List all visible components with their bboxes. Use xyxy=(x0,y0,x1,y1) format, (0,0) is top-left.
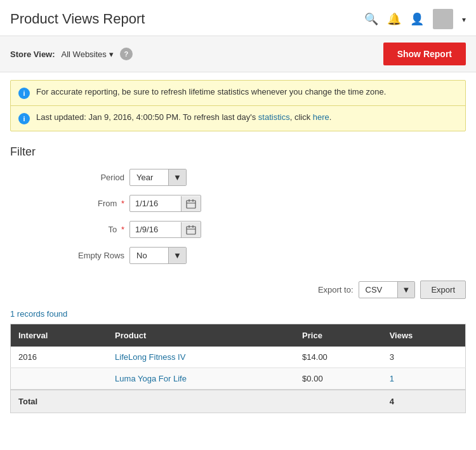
to-required: * xyxy=(119,225,124,234)
period-label: Period xyxy=(48,173,124,182)
period-select-wrapper[interactable]: Year ▼ xyxy=(129,169,187,186)
table-row: 2016 LifeLong Fitness IV $14.00 3 xyxy=(11,347,466,368)
svg-rect-4 xyxy=(187,227,195,234)
footer-label: Total xyxy=(11,390,108,413)
empty-rows-value[interactable]: No xyxy=(130,248,168,263)
notice-container: i For accurate reporting, be sure to ref… xyxy=(10,80,466,131)
user-icon[interactable]: 👤 xyxy=(410,12,424,26)
from-label: From * xyxy=(48,199,124,208)
header-icons: 🔍 🔔 👤 xyxy=(364,9,466,29)
records-found: 1 records found xyxy=(0,305,476,324)
empty-rows-row: Empty Rows No ▼ xyxy=(48,247,466,264)
from-date-input[interactable] xyxy=(130,195,181,211)
from-row: From * xyxy=(48,195,466,212)
store-view-select[interactable]: All Websites ▾ xyxy=(62,50,114,59)
to-control xyxy=(129,221,201,238)
table-footer-row: Total 4 xyxy=(11,390,466,413)
store-view-chevron: ▾ xyxy=(109,50,114,59)
page-header: Product Views Report 🔍 🔔 👤 xyxy=(0,0,476,36)
table-row: Luma Yoga For Life $0.00 1 xyxy=(11,368,466,390)
filter-title: Filter xyxy=(10,145,466,159)
row1-interval: 2016 xyxy=(11,347,108,368)
footer-product xyxy=(107,390,294,413)
row2-views-link[interactable]: 1 xyxy=(390,374,394,383)
data-table: Interval Product Price Views 2016 LifeLo… xyxy=(10,324,466,413)
show-report-button[interactable]: Show Report xyxy=(383,43,466,65)
notice-text-2: Last updated: Jan 9, 2016, 4:00:50 PM. T… xyxy=(36,112,331,122)
statistics-link[interactable]: statistics xyxy=(258,112,290,122)
period-row: Period Year ▼ xyxy=(48,169,466,186)
col-header-price: Price xyxy=(294,324,382,347)
export-format-dropdown-btn[interactable]: ▼ xyxy=(397,282,415,298)
to-label: To * xyxy=(48,225,124,234)
store-view-value: All Websites xyxy=(62,50,107,59)
row2-product-link[interactable]: Luma Yoga For Life xyxy=(115,374,187,383)
row2-price: $0.00 xyxy=(294,368,382,390)
to-date-wrapper[interactable] xyxy=(129,221,201,238)
period-control: Year ▼ xyxy=(129,169,187,186)
row1-product-link[interactable]: LifeLong Fitness IV xyxy=(115,352,185,362)
empty-rows-select-wrapper[interactable]: No ▼ xyxy=(129,247,187,264)
col-header-interval: Interval xyxy=(11,324,108,347)
to-row: To * xyxy=(48,221,466,238)
row1-views: 3 xyxy=(382,347,466,368)
page-title: Product Views Report xyxy=(10,11,145,27)
to-date-input[interactable] xyxy=(130,222,181,237)
row2-interval xyxy=(11,368,108,390)
filter-form: Period Year ▼ From * xyxy=(48,169,466,264)
export-label: Export to: xyxy=(318,285,354,294)
info-icon-1: i xyxy=(18,88,30,99)
avatar[interactable] xyxy=(433,9,453,29)
to-calendar-btn[interactable] xyxy=(181,222,201,237)
info-icon-2: i xyxy=(18,113,30,124)
row2-product: Luma Yoga For Life xyxy=(107,368,294,390)
store-view-left: Store View: All Websites ▾ ? xyxy=(10,48,133,60)
empty-rows-label: Empty Rows xyxy=(48,251,124,260)
notice-text-1: For accurate reporting, be sure to refre… xyxy=(36,87,386,96)
empty-rows-dropdown-btn[interactable]: ▼ xyxy=(168,248,186,263)
row1-product: LifeLong Fitness IV xyxy=(107,347,294,368)
period-dropdown-btn[interactable]: ▼ xyxy=(168,169,186,185)
export-format-value[interactable]: CSV xyxy=(359,282,397,298)
col-header-product: Product xyxy=(107,324,294,347)
export-format-select[interactable]: CSV ▼ xyxy=(359,281,416,298)
store-view-label: Store View: xyxy=(10,50,55,59)
from-date-wrapper[interactable] xyxy=(129,195,201,212)
notice-item-1: i For accurate reporting, be sure to ref… xyxy=(11,81,465,105)
from-control xyxy=(129,195,201,212)
period-value[interactable]: Year xyxy=(130,169,168,185)
footer-views: 4 xyxy=(382,390,466,413)
from-required: * xyxy=(119,199,124,208)
table-header-row: Interval Product Price Views xyxy=(11,324,466,347)
export-button[interactable]: Export xyxy=(420,281,466,299)
footer-price xyxy=(294,390,382,413)
empty-rows-control: No ▼ xyxy=(129,247,187,264)
row2-views: 1 xyxy=(382,368,466,390)
search-icon[interactable]: 🔍 xyxy=(364,12,378,26)
here-link[interactable]: here xyxy=(313,112,329,122)
help-icon[interactable]: ? xyxy=(120,48,133,60)
bell-icon[interactable]: 🔔 xyxy=(387,12,401,26)
col-header-views: Views xyxy=(382,324,466,347)
user-dropdown-chevron[interactable] xyxy=(462,15,466,24)
svg-rect-0 xyxy=(187,201,195,208)
export-row: Export to: CSV ▼ Export xyxy=(0,274,476,305)
notice-item-2: i Last updated: Jan 9, 2016, 4:00:50 PM.… xyxy=(11,105,465,131)
filter-section: Filter Period Year ▼ From * xyxy=(0,139,476,274)
store-view-bar: Store View: All Websites ▾ ? Show Report xyxy=(0,36,476,72)
from-calendar-btn[interactable] xyxy=(181,196,201,211)
row1-price: $14.00 xyxy=(294,347,382,368)
